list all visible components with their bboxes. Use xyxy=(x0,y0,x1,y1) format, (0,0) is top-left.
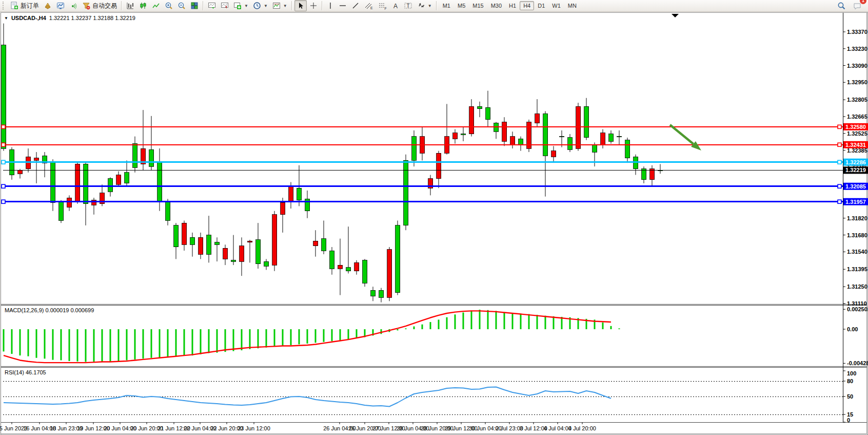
autotrading-icon xyxy=(82,2,90,10)
trendline-icon xyxy=(351,2,360,10)
timeframe-d1-button[interactable]: D1 xyxy=(534,1,548,10)
line-chart-button[interactable] xyxy=(150,0,162,11)
rsi-indicator-label: RSI(14) 46.1705 xyxy=(5,369,46,375)
channel-tool-button[interactable]: E xyxy=(362,0,376,11)
horizontal-line-icon xyxy=(339,2,347,10)
line-chart-icon xyxy=(152,2,160,10)
vertical-line-tool-button[interactable] xyxy=(325,0,336,11)
signal-waves-icon xyxy=(69,2,77,10)
periods-button[interactable]: ▼ xyxy=(251,0,270,11)
bar-chart-icon xyxy=(126,2,134,10)
arrows-shapes-icon xyxy=(417,2,425,10)
svg-text:F: F xyxy=(384,7,386,10)
svg-text:E: E xyxy=(370,6,373,10)
text-icon: A xyxy=(392,2,399,10)
new-order-icon xyxy=(10,2,18,10)
svg-text:T: T xyxy=(406,3,409,9)
zoom-out-icon xyxy=(177,2,186,10)
template-icon xyxy=(272,2,281,10)
toolbar-right-group: 1 xyxy=(835,0,868,11)
templates-button[interactable]: ▼ xyxy=(270,0,289,11)
chart-window-button[interactable] xyxy=(54,0,67,11)
crosshair-icon xyxy=(309,2,318,10)
equidistant-channel-icon: E xyxy=(364,2,373,10)
notifications-button[interactable]: 1 xyxy=(851,0,864,11)
gold-prism-icon xyxy=(44,2,52,10)
metatrader-window: { "toolbar": { "new_order_label": "新订单",… xyxy=(0,0,868,435)
add-indicator-icon xyxy=(233,2,242,10)
candle-chart-button[interactable] xyxy=(137,0,149,11)
new-order-label: 新订单 xyxy=(21,2,39,10)
timeframe-m30-button[interactable]: M30 xyxy=(487,1,505,10)
search-icon xyxy=(837,2,846,10)
notification-badge: 1 xyxy=(860,0,866,4)
text-tool-button[interactable]: A xyxy=(390,0,401,11)
shapes-tool-button[interactable]: ▼ xyxy=(415,0,434,11)
chart-shift-button[interactable] xyxy=(219,0,231,11)
fibonacci-tool-button[interactable]: F xyxy=(376,0,389,11)
add-indicator-button[interactable]: ▼ xyxy=(231,0,250,11)
fibonacci-icon: F xyxy=(378,2,387,10)
timeframe-bar: M1M5M15M30H1H4D1W1MN xyxy=(439,2,580,10)
svg-text:A: A xyxy=(393,3,398,10)
macd-values: 0.000019 0.000699 xyxy=(45,307,94,313)
trendline-tool-button[interactable] xyxy=(349,0,362,11)
timeframe-mn-button[interactable]: MN xyxy=(564,1,580,10)
text-label-icon: T xyxy=(404,2,412,10)
auto-scroll-icon xyxy=(208,2,216,10)
rsi-value: 46.1705 xyxy=(26,369,46,375)
chart-title: ▼ USDCAD-,H4 1.32221 1.32237 1.32188 1.3… xyxy=(4,15,135,21)
timeframe-m1-button[interactable]: M1 xyxy=(439,1,454,10)
chart-window[interactable] xyxy=(1,12,868,435)
ohlc-quote-label: 1.32221 1.32237 1.32188 1.32219 xyxy=(49,15,135,21)
crosshair-tool-button[interactable] xyxy=(307,0,320,11)
market-button[interactable] xyxy=(42,0,54,11)
clock-icon xyxy=(253,2,261,10)
toolbar-separator xyxy=(203,1,204,10)
cursor-tool-button[interactable] xyxy=(294,0,307,11)
search-button[interactable] xyxy=(835,0,848,11)
toolbar-separator xyxy=(291,1,292,10)
bar-chart-button[interactable] xyxy=(124,0,136,11)
signals-button[interactable] xyxy=(67,0,80,11)
symbol-period-label: USDCAD-,H4 xyxy=(11,15,46,21)
zoom-in-button[interactable] xyxy=(163,0,175,11)
collapse-triangle-icon[interactable]: ▼ xyxy=(4,16,8,21)
chart-monitor-icon xyxy=(56,2,65,10)
timeframe-m5-button[interactable]: M5 xyxy=(454,1,469,10)
text-label-tool-button[interactable]: T xyxy=(402,0,415,11)
dropdown-caret: ▼ xyxy=(264,4,268,8)
vertical-line-icon xyxy=(327,2,334,10)
candlestick-icon xyxy=(139,2,147,10)
timeframe-w1-button[interactable]: W1 xyxy=(548,1,564,10)
toolbar-separator xyxy=(121,1,122,10)
tile-windows-icon xyxy=(190,2,199,10)
macd-indicator-label: MACD(12,26,9) 0.000019 0.000699 xyxy=(5,307,94,313)
main-toolbar: 新订单 自动交易 xyxy=(0,0,868,12)
macd-name: MACD(12,26,9) xyxy=(5,307,44,313)
dropdown-caret: ▼ xyxy=(244,4,248,8)
zoom-in-icon xyxy=(165,2,173,10)
horizontal-line-tool-button[interactable] xyxy=(337,0,349,11)
auto-scroll-button[interactable] xyxy=(206,0,218,11)
tile-windows-button[interactable] xyxy=(188,0,201,11)
zoom-out-button[interactable] xyxy=(175,0,188,11)
chart-shift-icon xyxy=(221,2,229,10)
dropdown-caret: ▼ xyxy=(283,4,287,8)
timeframe-h4-button[interactable]: H4 xyxy=(520,1,534,10)
autotrading-button[interactable]: 自动交易 xyxy=(80,0,119,11)
autotrading-label: 自动交易 xyxy=(92,2,117,10)
toolbar-grip[interactable] xyxy=(3,2,6,10)
timeframe-m15-button[interactable]: M15 xyxy=(469,1,487,10)
timeframe-h1-button[interactable]: H1 xyxy=(505,1,520,10)
dropdown-caret: ▼ xyxy=(428,4,432,8)
rsi-name: RSI(14) xyxy=(5,369,24,375)
toolbar-separator xyxy=(436,1,437,10)
new-order-button[interactable]: 新订单 xyxy=(8,0,41,11)
toolbar-separator xyxy=(322,1,323,10)
cursor-icon xyxy=(297,2,305,10)
